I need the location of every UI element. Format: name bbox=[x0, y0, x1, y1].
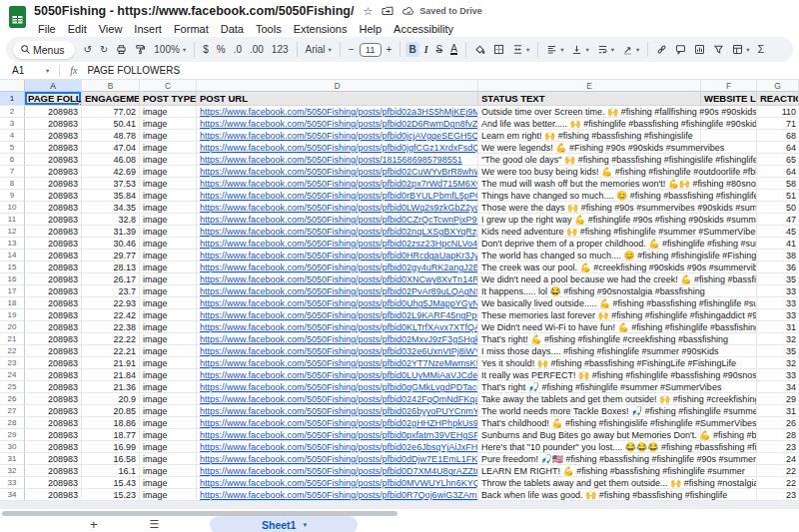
cell-page-followers[interactable]: 208983 bbox=[25, 381, 82, 393]
cell-status-text[interactable]: "The good ole days" 🙌 #fishing #bassfish… bbox=[478, 154, 757, 166]
selection-fill-handle[interactable] bbox=[79, 103, 82, 106]
cell-status-text[interactable]: I grew up the right way 💪 #fishinglife #… bbox=[478, 214, 757, 226]
cell-reactions[interactable]: 22 bbox=[757, 465, 799, 477]
cell-post-url[interactable]: https://www.facebook.com/5050Fishing/pos… bbox=[197, 309, 478, 321]
text-rotation-icon[interactable]: ▾ bbox=[619, 42, 642, 57]
cell-reactions[interactable]: 24 bbox=[757, 453, 799, 465]
cell-post-url[interactable]: https://www.facebook.com/5050Fishing/pos… bbox=[197, 393, 478, 405]
column-header-b[interactable]: B bbox=[82, 80, 140, 92]
cell-reactions[interactable]: 23 bbox=[757, 489, 799, 501]
row-number[interactable]: 11 bbox=[0, 214, 25, 226]
cell-status-text[interactable]: Take away the tablets and get them outsi… bbox=[478, 393, 757, 405]
post-url-link[interactable]: https://www.facebook.com/5050Fishing/pos… bbox=[200, 215, 478, 225]
cell-post-url[interactable]: https://www.facebook.com/5050Fishing/pos… bbox=[197, 477, 478, 489]
row-number[interactable]: 28 bbox=[0, 417, 25, 429]
cell-post-url[interactable]: https://www.facebook.com/5050Fishing/pos… bbox=[197, 166, 478, 178]
cell-reactions[interactable]: 65 bbox=[757, 154, 799, 166]
cell-engagement[interactable]: 50.41 bbox=[82, 118, 140, 130]
cell-post-type[interactable]: image bbox=[140, 477, 197, 489]
header-cell-g[interactable]: REACTION bbox=[757, 92, 799, 106]
cell-post-type[interactable]: image bbox=[140, 321, 197, 333]
cell-post-url[interactable]: https://www.facebook.com/5050Fishing/pos… bbox=[197, 333, 478, 345]
row-number[interactable]: 26 bbox=[0, 393, 25, 405]
cell-page-followers[interactable]: 208983 bbox=[25, 441, 82, 453]
cell-page-followers[interactable]: 208983 bbox=[25, 106, 82, 118]
insert-link-icon[interactable] bbox=[653, 42, 670, 57]
post-url-link[interactable]: https://www.facebook.com/5050Fishing/pos… bbox=[200, 286, 478, 296]
cell-reactions[interactable]: 68 bbox=[757, 130, 799, 142]
cell-post-url[interactable]: https://www.facebook.com/5050Fishing/pos… bbox=[197, 465, 478, 477]
cell-post-url[interactable]: https://www.facebook.com/5050Fishing/pos… bbox=[197, 345, 478, 357]
row-number[interactable]: 22 bbox=[0, 345, 25, 357]
cell-reactions[interactable]: 33 bbox=[757, 297, 799, 309]
header-cell-d[interactable]: POST URL bbox=[197, 92, 478, 106]
cell-status-text[interactable]: That's right 🎣 #fishing #fishinglife #su… bbox=[478, 381, 757, 393]
font-size-increase-button[interactable]: + bbox=[384, 42, 396, 57]
print-icon[interactable] bbox=[113, 42, 130, 57]
row-number[interactable]: 3 bbox=[0, 118, 25, 130]
row-number[interactable]: 6 bbox=[0, 154, 25, 166]
cell-post-type[interactable]: image bbox=[140, 309, 197, 321]
post-url-link[interactable]: https://www.facebook.com/5050Fishing/pos… bbox=[200, 454, 478, 464]
cell-engagement[interactable]: 22.42 bbox=[82, 309, 140, 321]
cell-status-text[interactable]: I miss those days.... #fishing #fishingl… bbox=[478, 345, 757, 357]
cell-post-type[interactable]: image bbox=[140, 345, 197, 357]
cell-reactions[interactable]: 50 bbox=[757, 202, 799, 214]
post-url-link[interactable]: https://www.facebook.com/5050Fishing/pos… bbox=[200, 155, 462, 165]
post-url-link[interactable]: https://www.facebook.com/5050Fishing/pos… bbox=[200, 191, 478, 201]
post-url-link[interactable]: https://www.facebook.com/5050Fishing/pos… bbox=[200, 239, 478, 249]
header-cell-a[interactable]: PAGE FOLLOWERS bbox=[25, 92, 82, 106]
cell-engagement[interactable]: 28.13 bbox=[82, 262, 140, 273]
row-number[interactable]: 29 bbox=[0, 429, 25, 441]
cell-engagement[interactable]: 20.85 bbox=[82, 405, 140, 417]
row-number[interactable]: 24 bbox=[0, 369, 25, 381]
cell-reactions[interactable]: 33 bbox=[757, 309, 799, 321]
cell-engagement[interactable]: 42.69 bbox=[82, 166, 140, 178]
cell-status-text[interactable]: LEARN EM RIGHT! 💪 #fishing #bassfishing … bbox=[478, 465, 757, 477]
cell-post-type[interactable]: image bbox=[140, 285, 197, 297]
cell-engagement[interactable]: 21.84 bbox=[82, 369, 140, 381]
cell-post-url[interactable]: https://www.facebook.com/5050Fishing/pos… bbox=[197, 441, 478, 453]
cell-post-url[interactable]: https://www.facebook.com/5050Fishing/pos… bbox=[197, 226, 478, 238]
cell-engagement[interactable]: 35.84 bbox=[82, 190, 140, 202]
cell-status-text[interactable]: And life was better..... 🙌 #fishinglife … bbox=[478, 118, 757, 130]
cell-engagement[interactable]: 22.21 bbox=[82, 345, 140, 357]
cell-status-text[interactable]: That's childhood! 💪 #fishing #fishingisl… bbox=[478, 417, 757, 429]
cell-post-url[interactable]: https://www.facebook.com/5050Fishing/pos… bbox=[197, 453, 478, 465]
cell-engagement[interactable]: 47.04 bbox=[82, 142, 140, 154]
cell-status-text[interactable]: Back when life was good. 🙌 #fishing #bas… bbox=[478, 489, 757, 501]
cell-engagement[interactable]: 77.02 bbox=[82, 106, 140, 118]
cell-post-type[interactable]: image bbox=[140, 429, 197, 441]
menu-view[interactable]: View bbox=[93, 23, 129, 35]
redo-icon[interactable]: ↻ bbox=[97, 42, 111, 57]
post-url-link[interactable]: https://www.facebook.com/5050Fishing/pos… bbox=[200, 274, 478, 284]
cell-status-text[interactable]: We didn't need a pool because we had the… bbox=[478, 273, 757, 285]
column-header-d[interactable]: D bbox=[197, 80, 478, 92]
cell-post-url[interactable]: https://www.facebook.com/5050Fishing/pos… bbox=[197, 357, 478, 369]
row-number[interactable]: 8 bbox=[0, 178, 25, 190]
cell-engagement[interactable]: 18.77 bbox=[82, 429, 140, 441]
cell-engagement[interactable]: 16.58 bbox=[82, 453, 140, 465]
cell-reactions[interactable]: 31 bbox=[757, 321, 799, 333]
cell-post-type[interactable]: image bbox=[140, 214, 197, 226]
cell-page-followers[interactable]: 208983 bbox=[25, 309, 82, 321]
cell-status-text[interactable]: Sunburns and Bug Bites go away but Memor… bbox=[478, 429, 757, 441]
move-folder-icon[interactable] bbox=[382, 5, 394, 17]
menu-data[interactable]: Data bbox=[215, 23, 250, 35]
post-url-link[interactable]: https://www.facebook.com/5050Fishing/pos… bbox=[200, 203, 478, 213]
cell-page-followers[interactable]: 208983 bbox=[25, 130, 82, 142]
all-sheets-icon[interactable]: ☰ bbox=[150, 518, 159, 531]
cell-engagement[interactable]: 20.9 bbox=[82, 393, 140, 405]
cell-post-url[interactable]: https://www.facebook.com/5050Fishing/pos… bbox=[197, 381, 478, 393]
menu-format[interactable]: Format bbox=[168, 23, 215, 35]
currency-format-button[interactable]: $ bbox=[200, 42, 212, 57]
cell-reactions[interactable]: 22 bbox=[757, 477, 799, 489]
post-url-link[interactable]: https://www.facebook.com/5050Fishing/pos… bbox=[200, 358, 478, 368]
menu-edit[interactable]: Edit bbox=[62, 23, 93, 35]
row-number[interactable]: 7 bbox=[0, 166, 25, 178]
post-url-link[interactable]: https://www.facebook.com/5050Fishing/pos… bbox=[200, 490, 478, 500]
header-cell-f[interactable]: WEBSITE LIN bbox=[701, 92, 757, 106]
cell-engagement[interactable]: 22.93 bbox=[82, 297, 140, 309]
chevron-down-icon[interactable]: ▾ bbox=[46, 67, 49, 75]
cell-post-url[interactable]: https://www.facebook.com/5050Fishing/pos… bbox=[197, 417, 478, 429]
